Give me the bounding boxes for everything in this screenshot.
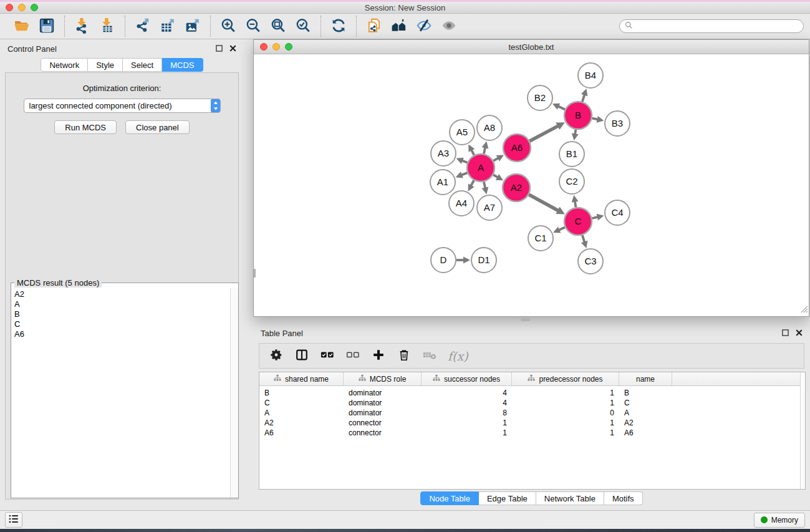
delete-column-button[interactable] [397, 348, 412, 364]
horizontal-splitter-handle[interactable] [521, 318, 530, 321]
column-header-shared-name[interactable]: shared name [259, 372, 344, 385]
show-details-button[interactable] [438, 16, 460, 37]
float-panel-button[interactable] [216, 44, 223, 54]
table-row[interactable]: Bdominator41B [259, 388, 805, 398]
table-cell: 4 [422, 399, 512, 407]
graph-node-A[interactable]: A [467, 154, 494, 181]
export-image-button[interactable] [181, 16, 204, 37]
table-row[interactable]: A2connector11A2 [259, 418, 805, 428]
table-row[interactable]: Cdominator41C [259, 398, 805, 408]
close-panel-action-button[interactable]: Close panel [125, 120, 190, 134]
tab-edge-table[interactable]: Edge Table [479, 491, 536, 505]
table-row[interactable]: Adominator80A [259, 408, 805, 418]
svg-text:D: D [440, 254, 447, 265]
result-list-item[interactable]: C [14, 319, 230, 329]
graph-node-C3[interactable]: C3 [578, 249, 603, 274]
resize-grip-icon[interactable] [799, 304, 808, 316]
result-list-item[interactable]: A2 [14, 289, 230, 299]
refresh-button[interactable] [327, 16, 350, 37]
import-network-button[interactable] [71, 16, 94, 37]
column-header-MCDS-role[interactable]: MCDS role [344, 372, 422, 385]
search-input[interactable] [636, 22, 798, 31]
add-column-button[interactable] [371, 348, 386, 364]
tab-style[interactable]: Style [88, 58, 123, 72]
graph-node-A6[interactable]: A6 [503, 134, 531, 162]
result-list-item[interactable]: B [14, 309, 230, 319]
graph-node-D1[interactable]: D1 [471, 248, 496, 273]
graph-node-B[interactable]: B [564, 102, 592, 129]
network-zoom-button[interactable] [285, 43, 292, 51]
zoom-window-button[interactable] [31, 4, 38, 11]
zoom-fit-icon [270, 17, 286, 36]
import-table-button[interactable] [96, 16, 118, 37]
home-button[interactable] [388, 16, 410, 37]
tab-motifs[interactable]: Motifs [604, 491, 643, 505]
network-canvas-svg: B4B2BB3A8A5A6A3B1AA1C2A2A4A7C4CC1DD1C3 [254, 55, 809, 316]
result-list-item[interactable]: A6 [14, 329, 230, 339]
graph-edge[interactable] [529, 125, 559, 141]
graph-node-C4[interactable]: C4 [605, 200, 630, 225]
tab-network-table[interactable]: Network Table [536, 491, 604, 505]
graph-node-A8[interactable]: A8 [477, 115, 502, 140]
graph-edge[interactable] [529, 195, 559, 211]
graph-node-C2[interactable]: C2 [559, 169, 584, 194]
table-scrollbar[interactable] [800, 372, 805, 489]
graph-node-B2[interactable]: B2 [528, 85, 552, 110]
select-all-rows-button[interactable] [320, 348, 335, 364]
graph-node-A7[interactable]: A7 [477, 195, 502, 220]
svg-text:A6: A6 [511, 142, 523, 153]
save-session-button[interactable] [36, 16, 58, 37]
network-canvas[interactable]: B4B2BB3A8A5A6A3B1AA1C2A2A4A7C4CC1DD1C3 [254, 55, 809, 316]
minimize-window-button[interactable] [18, 4, 26, 11]
close-window-button[interactable] [6, 4, 13, 11]
toggle-panels-button[interactable] [413, 16, 435, 37]
column-header-predecessor-nodes[interactable]: predecessor nodes [512, 372, 619, 385]
graph-node-A5[interactable]: A5 [450, 120, 475, 145]
graph-node-C[interactable]: C [564, 208, 592, 235]
network-minimize-button[interactable] [272, 43, 280, 51]
graph-node-C1[interactable]: C1 [528, 226, 553, 251]
export-table-button[interactable] [157, 16, 179, 37]
graph-node-A4[interactable]: A4 [449, 191, 474, 216]
open-session-button[interactable] [11, 16, 33, 37]
tab-select[interactable]: Select [123, 58, 162, 72]
deselect-all-rows-button[interactable] [345, 348, 360, 364]
network-close-button[interactable] [260, 43, 268, 51]
graph-node-D[interactable]: D [431, 248, 456, 273]
new-network-from-file-button[interactable] [363, 16, 385, 37]
split-panel-button[interactable] [294, 348, 309, 364]
float-table-panel-button[interactable] [782, 329, 789, 338]
graph-node-B1[interactable]: B1 [559, 142, 584, 167]
export-network-button[interactable] [132, 16, 154, 37]
new-network-from-file-icon [366, 17, 382, 36]
zoom-selected-button[interactable] [292, 16, 314, 37]
memory-button[interactable]: Memory [754, 513, 805, 528]
tab-node-table[interactable]: Node Table [420, 491, 479, 505]
graph-node-A3[interactable]: A3 [431, 141, 456, 166]
run-mcds-button[interactable]: Run MCDS [54, 120, 117, 134]
left-splitter-handle[interactable] [254, 269, 256, 278]
graph-node-B3[interactable]: B3 [605, 111, 630, 136]
graph-node-A1[interactable]: A1 [430, 170, 455, 195]
task-history-button[interactable] [5, 512, 22, 528]
result-list-item[interactable]: A [14, 299, 230, 309]
result-scrollbar[interactable] [230, 288, 238, 498]
optimization-criterion-select[interactable]: largest connected component (directed) [24, 99, 221, 113]
table-row[interactable]: A6connector11A6 [259, 428, 805, 438]
zoom-fit-button[interactable] [267, 16, 289, 37]
graph-node-B4[interactable]: B4 [578, 63, 603, 88]
close-table-panel-button[interactable] [796, 329, 803, 338]
table-cell: 1 [512, 389, 619, 397]
close-panel-button[interactable] [229, 44, 236, 54]
zoom-out-button[interactable] [242, 16, 264, 37]
zoom-in-button[interactable] [217, 16, 239, 37]
settings-gear-button[interactable] [269, 348, 284, 364]
graph-node-A2[interactable]: A2 [503, 174, 530, 201]
mcds-result-list[interactable]: A2ABCA6 [11, 288, 230, 498]
tab-network[interactable]: Network [41, 58, 88, 72]
column-header-successor-nodes[interactable]: successor nodes [422, 372, 512, 385]
control-panel-title: Control Panel [7, 44, 57, 54]
column-header-name[interactable]: name [619, 372, 672, 385]
tab-mcds[interactable]: MCDS [162, 58, 203, 72]
search-field[interactable] [619, 19, 804, 33]
